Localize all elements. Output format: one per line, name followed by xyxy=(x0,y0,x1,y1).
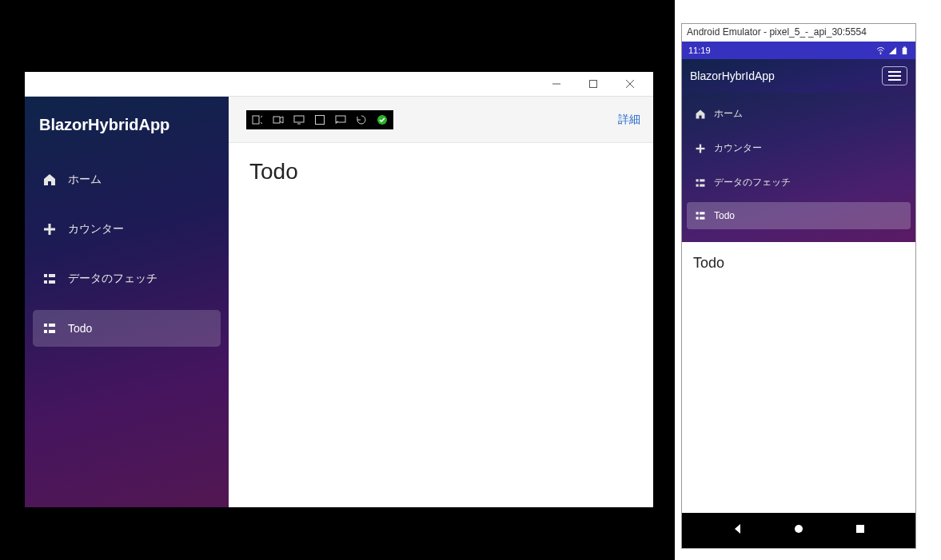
home-icon xyxy=(42,173,57,187)
topbar: 詳細 xyxy=(229,97,653,143)
nav-item-label: ホーム xyxy=(714,107,743,121)
nav-item-plus[interactable]: カウンター xyxy=(687,133,911,163)
sidebar: BlazorHybridApp ホームカウンターデータのフェッチTodo xyxy=(25,97,229,507)
list-icon xyxy=(695,210,706,221)
app-brand: BlazorHybridApp xyxy=(25,97,229,153)
window-close-button[interactable] xyxy=(612,72,648,96)
svg-rect-27 xyxy=(856,525,864,533)
android-home-button[interactable] xyxy=(793,523,804,538)
android-nav-bar xyxy=(682,513,915,548)
toolbar-frame-icon[interactable] xyxy=(313,113,326,126)
app-brand-mobile: BlazorHybrIdApp xyxy=(690,70,775,82)
list-icon xyxy=(42,272,57,286)
nav-item-plus[interactable]: カウンター xyxy=(33,211,221,248)
vs-debug-toolbar[interactable] xyxy=(246,110,393,129)
toolbar-camera-icon[interactable] xyxy=(272,113,285,126)
plus-icon xyxy=(695,143,706,154)
nav-item-label: カウンター xyxy=(68,222,124,236)
details-link[interactable]: 詳細 xyxy=(618,113,640,127)
nav-item-list[interactable]: データのフェッチ xyxy=(33,260,221,297)
desktop-window: BlazorHybridApp ホームカウンターデータのフェッチTodo 詳細 xyxy=(25,72,653,507)
nav-item-label: カウンター xyxy=(714,141,762,155)
nav-item-label: ホーム xyxy=(68,173,102,187)
status-bar: 11:19 xyxy=(682,42,915,59)
main-content: 詳細 Todo xyxy=(229,97,653,507)
device-screen: 11:19 BlazorHybrIdApp ホームカウンターデータのフェッチTo… xyxy=(682,42,915,548)
nav-list: ホームカウンターデータのフェッチTodo xyxy=(25,153,229,367)
svg-rect-11 xyxy=(273,117,280,123)
home-icon xyxy=(695,109,706,120)
svg-rect-12 xyxy=(294,116,304,122)
svg-rect-14 xyxy=(316,115,325,124)
signal-icon xyxy=(888,46,897,55)
svg-rect-22 xyxy=(903,46,906,47)
battery-icon xyxy=(900,46,909,55)
svg-point-20 xyxy=(880,53,882,54)
app-bar: BlazorHybrIdApp xyxy=(682,59,915,93)
window-maximize-button[interactable] xyxy=(575,72,612,96)
window-titlebar xyxy=(25,72,653,97)
nav-item-label: データのフェッチ xyxy=(714,176,791,189)
emulator-window: Android Emulator - pixel_5_-_api_30:5554… xyxy=(681,23,916,549)
nav-item-label: データのフェッチ xyxy=(68,272,157,286)
emulator-title: Android Emulator - pixel_5_-_api_30:5554 xyxy=(682,24,915,40)
hamburger-button[interactable] xyxy=(882,66,907,85)
android-recent-button[interactable] xyxy=(855,523,866,538)
desktop-stage: BlazorHybridApp ホームカウンターデータのフェッチTodo 詳細 xyxy=(0,0,675,560)
toolbar-refresh-icon[interactable] xyxy=(355,113,368,126)
toolbar-ok-icon[interactable] xyxy=(376,113,389,126)
nav-item-list[interactable]: Todo xyxy=(33,310,221,347)
svg-rect-21 xyxy=(903,47,907,54)
wifi-icon xyxy=(876,46,885,55)
nav-mobile: ホームカウンターデータのフェッチTodo xyxy=(682,93,915,242)
svg-rect-10 xyxy=(253,116,259,124)
list-icon xyxy=(42,321,57,336)
nav-item-label: Todo xyxy=(68,322,92,335)
toolbar-screen-icon[interactable] xyxy=(293,113,305,126)
nav-item-home[interactable]: ホーム xyxy=(687,99,911,129)
plus-icon xyxy=(42,222,57,236)
toolbar-device-icon[interactable] xyxy=(251,113,264,126)
page-title: Todo xyxy=(249,159,632,185)
svg-point-26 xyxy=(795,525,803,533)
nav-item-list[interactable]: Todo xyxy=(687,202,911,229)
android-back-button[interactable] xyxy=(732,523,744,538)
list-icon xyxy=(695,177,706,189)
svg-rect-7 xyxy=(590,81,597,88)
status-time: 11:19 xyxy=(688,46,711,55)
window-minimize-button[interactable] xyxy=(538,72,575,96)
page-title-mobile: Todo xyxy=(693,255,904,272)
toolbar-cast-icon[interactable] xyxy=(334,113,347,126)
nav-item-home[interactable]: ホーム xyxy=(33,161,221,198)
nav-item-list[interactable]: データのフェッチ xyxy=(687,168,911,197)
nav-item-label: Todo xyxy=(714,210,735,221)
